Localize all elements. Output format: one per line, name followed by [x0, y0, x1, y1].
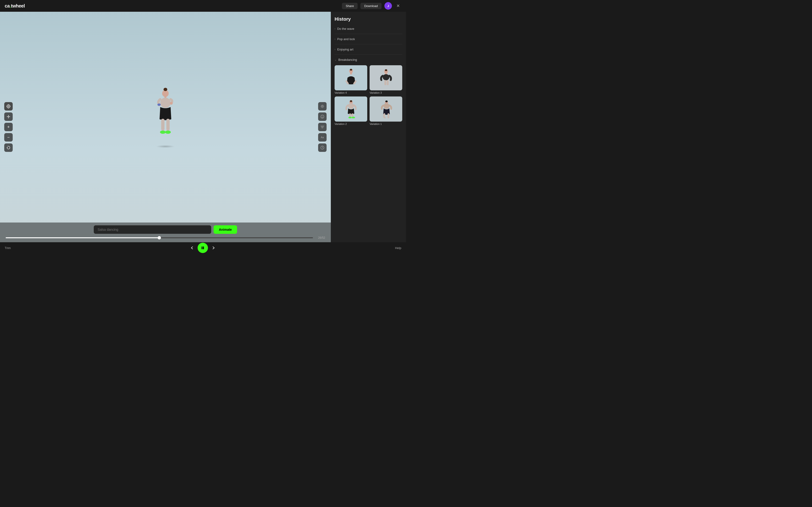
svg-point-33: [383, 74, 389, 80]
move-tool-button[interactable]: [4, 112, 13, 121]
character-area: [0, 12, 331, 223]
next-button[interactable]: [210, 244, 217, 251]
header-controls: Share Download J ✕: [342, 2, 401, 10]
history-item-enjoying-art[interactable]: › Enjoying art: [335, 46, 402, 53]
main-area: + −: [0, 12, 406, 242]
variation-2-label: Variation 2: [335, 122, 367, 125]
pause-button[interactable]: [198, 243, 208, 253]
svg-point-11: [160, 98, 170, 108]
svg-point-20: [321, 115, 324, 118]
light-icon: [320, 104, 324, 108]
filter-tool-button[interactable]: [318, 123, 326, 131]
svg-point-0: [7, 105, 10, 108]
light-tool-button[interactable]: [318, 102, 326, 111]
emotion-tool-button[interactable]: [318, 112, 326, 121]
variation-grid: Variation 4 Variation 3: [335, 65, 402, 125]
zoom-in-button[interactable]: +: [4, 123, 13, 131]
history-item-breakdancing[interactable]: ⌄ Breakdancing: [335, 57, 402, 63]
history-item-label-4: Breakdancing: [338, 58, 357, 61]
logo-text: ca.twheel: [5, 3, 25, 8]
var4-figure: [342, 68, 360, 87]
svg-rect-39: [349, 113, 351, 117]
timeline-row: 26/52: [5, 236, 326, 239]
variation-1-label: Variation 1: [369, 122, 402, 125]
variation-4-item[interactable]: Variation 4: [335, 65, 367, 94]
logo: ca.twheel: [5, 3, 25, 9]
timeline-bar[interactable]: [6, 237, 313, 238]
move-icon: [6, 115, 11, 119]
trim-button[interactable]: Trim: [5, 246, 11, 250]
download-button[interactable]: Download: [360, 3, 382, 9]
timeline-counter: 26/52: [316, 236, 325, 239]
help-button[interactable]: Help: [395, 246, 401, 250]
variation-1-item[interactable]: Variation 1: [369, 97, 402, 125]
separator-1: [335, 34, 402, 34]
variation-2-item[interactable]: Variation 2: [335, 97, 367, 125]
history-tool-button[interactable]: [318, 144, 326, 152]
history-item-label-3: Enjoying art: [337, 48, 353, 51]
variation-3-item[interactable]: Variation 3: [369, 65, 402, 94]
svg-point-41: [348, 117, 352, 118]
viewport: + −: [0, 12, 331, 242]
filter-icon: [320, 125, 324, 129]
history-item-pop-and-lock[interactable]: › Pop and lock: [335, 36, 402, 42]
var2-figure: [342, 100, 360, 118]
timeline-progress: [6, 237, 159, 238]
next-icon: [211, 245, 216, 250]
reset-icon: [6, 146, 11, 150]
svg-point-44: [385, 101, 388, 102]
font-icon: Aa: [321, 136, 324, 139]
avatar[interactable]: J: [385, 2, 392, 10]
reset-view-button[interactable]: [4, 144, 13, 152]
target-icon: [6, 104, 11, 108]
clock-icon: [320, 146, 324, 150]
svg-rect-34: [385, 80, 386, 85]
prev-button[interactable]: [188, 244, 196, 251]
svg-point-31: [385, 69, 387, 71]
panel-title: History: [335, 16, 402, 22]
svg-rect-15: [161, 119, 164, 130]
svg-point-45: [384, 103, 389, 109]
character-figure: [150, 87, 181, 148]
svg-point-28: [350, 69, 352, 71]
svg-point-19: [322, 106, 323, 107]
right-panel: History › Do the wave › Pop and lock › E…: [331, 12, 406, 242]
chevron-right-icon-3: ›: [335, 48, 335, 51]
svg-rect-35: [387, 80, 389, 85]
emotion-icon: [320, 115, 324, 119]
target-tool-button[interactable]: [4, 102, 13, 111]
animate-button[interactable]: Animate: [214, 225, 237, 234]
left-toolbar: + −: [4, 102, 13, 152]
svg-rect-46: [202, 246, 203, 249]
zoom-out-button[interactable]: −: [4, 133, 13, 142]
share-button[interactable]: Share: [342, 3, 358, 9]
svg-point-1: [8, 106, 9, 107]
svg-rect-47: [203, 246, 204, 249]
variation-3-thumbnail: [369, 65, 402, 91]
footer: Trim Help: [0, 242, 406, 253]
prompt-row: Animate: [5, 225, 326, 234]
svg-point-38: [348, 103, 354, 109]
chevron-down-icon: ⌄: [335, 58, 337, 61]
playback-controls: [188, 243, 217, 253]
history-item-label-2: Pop and lock: [337, 37, 355, 41]
var3-figure: [376, 68, 395, 87]
close-button[interactable]: ✕: [395, 3, 401, 9]
svg-point-9: [163, 88, 167, 91]
font-tool-button[interactable]: Aa: [318, 133, 326, 142]
viewport-bottom: Animate 26/52: [0, 223, 331, 242]
chevron-right-icon: ›: [335, 27, 335, 30]
prompt-input[interactable]: [94, 225, 211, 234]
timeline-thumb[interactable]: [158, 236, 161, 239]
history-item-do-the-wave[interactable]: › Do the wave: [335, 25, 402, 32]
character-wrapper: [150, 87, 181, 148]
svg-point-18: [165, 130, 171, 134]
pause-icon: [201, 246, 205, 250]
var1-figure: [376, 100, 395, 118]
variation-2-thumbnail: [335, 97, 367, 122]
plus-icon: +: [7, 125, 10, 129]
variation-4-label: Variation 4: [335, 91, 367, 94]
svg-point-13: [170, 102, 173, 105]
history-item-label: Do the wave: [337, 27, 354, 31]
minus-icon: −: [7, 135, 10, 140]
